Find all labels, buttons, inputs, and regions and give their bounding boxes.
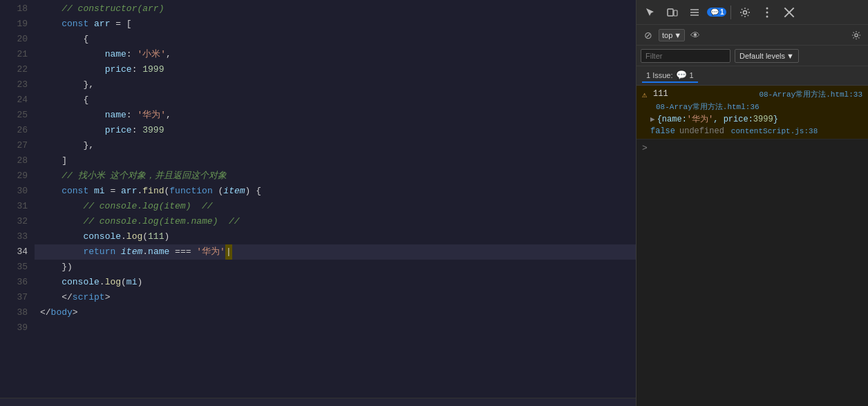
svg-point-3 [766, 7, 768, 9]
entry-link-contentscript[interactable]: contentScript.js:38 [728, 127, 820, 135]
svg-point-2 [744, 10, 747, 14]
code-line-28: ] [35, 153, 636, 168]
line-num-36: 36 [0, 275, 28, 290]
code-line-27: }, [35, 138, 636, 153]
code-content: // constructor(arr) const arr = [ { name… [35, 0, 636, 398]
clear-console-button[interactable]: ⊘ [641, 28, 656, 43]
device-toolbar-button[interactable] [663, 3, 682, 22]
line-num-39: 39 [0, 320, 28, 336]
line-num-31: 31 [0, 199, 28, 214]
line-num-26: 26 [0, 123, 28, 138]
issues-count: 1 [690, 71, 694, 79]
code-line-30: const mi = arr.find(function (item) { [35, 184, 636, 199]
entry-obj-value: {name: [657, 115, 687, 124]
code-line-33: console.log(111) [35, 229, 636, 244]
code-line-20: { [35, 32, 636, 47]
svg-point-6 [855, 33, 858, 36]
code-line-29: // 找小米 这个对象，并且返回这个对象 [35, 168, 636, 184]
code-line-22: price: 1999 [35, 62, 636, 77]
line-num-33: 33 [0, 229, 28, 244]
inspect-icon-button[interactable] [641, 3, 660, 22]
line-num-32: 32 [0, 214, 28, 229]
console-entry-warn: ⚠ 111 08-Array常用方法.html:33 08-Array常用方法.… [636, 86, 868, 139]
code-line-38: </body> [35, 305, 636, 320]
line-num-35: 35 [0, 260, 28, 275]
line-num-30: 30 [0, 184, 28, 199]
code-line-21: name: '小米', [35, 47, 636, 62]
filter-row: Default levels ▼ [636, 46, 868, 66]
close-devtools-button[interactable] [780, 3, 799, 22]
warn-icon: ⚠ [639, 88, 653, 100]
entry-price-label: , price: [713, 115, 753, 124]
expand-arrow-icon[interactable]: ▶ [650, 115, 655, 124]
console-msg-icon: 💬 [710, 8, 719, 16]
code-line-36: console.log(mi) [35, 275, 636, 290]
code-line-23: }, [35, 77, 636, 93]
svg-rect-1 [674, 10, 677, 16]
line-num-22: 22 [0, 62, 28, 77]
line-num-21: 21 [0, 47, 28, 62]
line-num-29: 29 [0, 168, 28, 184]
entry-price-num: 3999 [753, 115, 773, 124]
devtools-panel: 💬 1 ⊘ [636, 0, 868, 406]
entry-link-line36[interactable]: 08-Array常用方法.html:36 [653, 102, 762, 112]
entry-name-str: '华为' [687, 113, 713, 125]
svg-rect-0 [668, 9, 673, 16]
toolbar-separator [730, 6, 731, 19]
vertical-dots-icon [762, 7, 773, 18]
code-line-31: // console.log(item) // [35, 199, 636, 214]
default-levels-button[interactable]: Default levels ▼ [735, 49, 799, 63]
entry-obj-close: } [773, 115, 778, 124]
code-line-39 [35, 320, 636, 336]
line-num-19: 19 [0, 17, 28, 32]
settings-icon-button[interactable] [735, 3, 755, 22]
line-num-28: 28 [0, 153, 28, 168]
line-num-27: 27 [0, 138, 28, 153]
custom-formatters-button[interactable]: 👁 [688, 28, 703, 43]
console-badge-button[interactable]: 💬 1 [707, 3, 726, 22]
code-line-25: name: '华为', [35, 108, 636, 123]
editor-scrollbar[interactable] [0, 398, 636, 406]
code-line-24: { [35, 93, 636, 108]
line-num-20: 20 [0, 32, 28, 47]
entry-value-111: 111 [653, 89, 756, 99]
code-line-35: }) [35, 260, 636, 275]
console-gear-icon [851, 30, 861, 40]
inspect-icon [645, 7, 656, 18]
code-line-32: // console.log(item.name) // [35, 214, 636, 229]
console-output[interactable]: ⚠ 111 08-Array常用方法.html:33 08-Array常用方法.… [636, 86, 868, 406]
prompt-chevron-icon: > [642, 143, 648, 153]
entry-false-value: false [650, 126, 675, 136]
code-area: 18 19 20 21 22 23 24 25 26 27 28 29 30 3… [0, 0, 636, 398]
console-badge: 💬 1 [707, 8, 726, 17]
console-settings-button[interactable] [849, 28, 864, 43]
code-line-37: </script> [35, 290, 636, 305]
line-num-38: 38 [0, 305, 28, 320]
levels-dropdown-icon: ▼ [786, 52, 794, 60]
top-context-selector[interactable]: top ▼ [659, 29, 685, 41]
more-options-button[interactable] [757, 3, 777, 22]
close-icon [784, 7, 795, 18]
device-icon [667, 7, 678, 18]
issues-bar: 1 Issue: 💬 1 [636, 66, 868, 86]
code-line-19: const arr = [ [35, 17, 636, 32]
line-num-18: 18 [0, 1, 28, 17]
console-prompt: > [636, 139, 868, 156]
line-num-23: 23 [0, 77, 28, 93]
line-num-25: 25 [0, 108, 28, 123]
line-numbers: 18 19 20 21 22 23 24 25 26 27 28 29 30 3… [0, 0, 35, 398]
issues-msg-icon: 💬 [676, 70, 687, 80]
code-line-26: price: 3999 [35, 123, 636, 138]
entry-undefined-value: undefined [679, 126, 724, 136]
more-tabs-button[interactable] [685, 3, 704, 22]
more-tabs-icon [689, 7, 700, 18]
filter-input[interactable] [641, 49, 730, 63]
issues-button[interactable]: 1 Issue: 💬 1 [642, 68, 698, 83]
line-num-37: 37 [0, 290, 28, 305]
console-toolbar: ⊘ top ▼ 👁 [636, 25, 868, 46]
code-line-18: // constructor(arr) [35, 1, 636, 17]
devtools-toolbar: 💬 1 [636, 0, 868, 25]
gear-icon [739, 7, 751, 18]
entry-link-line33[interactable]: 08-Array常用方法.html:33 [756, 89, 865, 99]
line-num-24: 24 [0, 93, 28, 108]
